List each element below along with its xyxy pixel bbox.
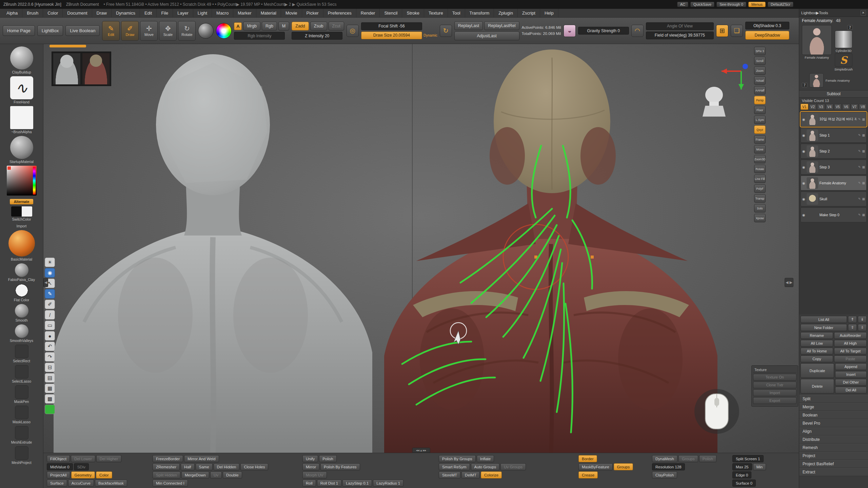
palette-button[interactable]: StoreMT xyxy=(439,471,460,479)
home-page-button[interactable]: Home Page xyxy=(3,25,35,36)
tool-thumb-female-anatomy-2[interactable] xyxy=(809,73,824,87)
brush-icon[interactable]: ✎ xyxy=(858,197,861,201)
append-button[interactable]: Append xyxy=(835,363,867,370)
obj-shadow-slider[interactable]: ObjShadow 0.3 xyxy=(745,22,789,29)
texture-flyout-button[interactable]: Clone Txtr xyxy=(753,382,796,388)
grid-icon[interactable]: ▦ xyxy=(862,181,865,185)
menu-item[interactable]: Draw xyxy=(92,9,112,17)
subtool-row[interactable]: ◉ Female Anatomy ✎ ▦ xyxy=(801,176,867,190)
menu-item[interactable]: Render xyxy=(356,9,380,17)
menu-item[interactable]: Tool xyxy=(448,9,465,17)
brush-item[interactable]: FabioPaiva_Clay xyxy=(0,263,43,282)
palette-button[interactable]: Inflate xyxy=(477,455,494,462)
palette-button[interactable]: Border xyxy=(578,455,597,462)
view-tool-button[interactable]: Persp xyxy=(754,96,766,104)
palette-button[interactable]: Min Connected I xyxy=(153,480,188,487)
mode-button[interactable]: ✥ Scale xyxy=(159,21,177,41)
subtool-section[interactable]: Extract xyxy=(799,468,868,476)
eye-icon[interactable]: ◉ xyxy=(802,213,805,217)
menu-item[interactable]: Stroke xyxy=(402,9,424,17)
delete-button[interactable]: Delete xyxy=(801,379,834,393)
grid-icon[interactable]: ▦ xyxy=(862,149,865,153)
brush-item[interactable]: MaskPen xyxy=(0,385,43,404)
menu-item[interactable]: File xyxy=(157,9,173,17)
quick-tool-icon[interactable]: ■ xyxy=(45,405,55,414)
subtool-button[interactable]: All High xyxy=(834,340,867,347)
subtool-section[interactable]: Align xyxy=(799,427,868,435)
quick-tool-icon[interactable]: ◉ xyxy=(45,268,55,278)
grid-icon[interactable]: ▦ xyxy=(862,134,865,137)
view-tool-button[interactable]: Zoom3D xyxy=(754,155,766,163)
subtool-row[interactable]: ◉ Step 2 ✎ ▦ xyxy=(801,144,867,159)
menu-item[interactable]: Movie xyxy=(281,9,302,17)
version-tab[interactable]: V5 xyxy=(834,104,842,110)
palette-button[interactable]: FillObject xyxy=(47,455,70,462)
quick-tool-icon[interactable]: / xyxy=(45,310,55,320)
version-tab[interactable]: V4 xyxy=(826,104,833,110)
view-tool-button[interactable]: Rotate xyxy=(754,165,766,173)
menu-item[interactable]: Transform xyxy=(465,9,494,17)
menu-item[interactable]: Stencil xyxy=(380,9,402,17)
view-tool-button[interactable]: Line Fill xyxy=(754,175,766,183)
palette-button[interactable]: ZRemesher xyxy=(153,463,180,470)
eye-icon[interactable]: ◉ xyxy=(802,181,805,185)
brush-item[interactable]: SelectLasso xyxy=(0,365,43,383)
brush-item[interactable]: Smooth xyxy=(0,304,43,322)
subtool-row[interactable]: ◉ 10일 여성 2단계 바디 각잡 - 하체 ✎ ▦ xyxy=(801,112,867,127)
dynamic-label[interactable]: Dynamic xyxy=(423,33,437,37)
brush-item[interactable]: MeshProject xyxy=(0,446,43,465)
view-tool-button[interactable]: Frame xyxy=(754,135,766,144)
subtool-button[interactable]: ⇓ xyxy=(858,316,867,323)
color-wheel[interactable] xyxy=(216,23,232,39)
view-tool-button[interactable]: Floor xyxy=(754,106,766,114)
palette-button[interactable]: Unify xyxy=(302,455,318,462)
subtool-button[interactable]: ⇑ xyxy=(848,316,857,323)
subtool-row[interactable]: ◉ Skull ✎ ▦ xyxy=(801,191,867,206)
titlebar-button[interactable]: Menus xyxy=(748,2,766,7)
subtool-button[interactable]: All Low xyxy=(801,340,833,347)
menu-item[interactable]: Zplugin xyxy=(494,9,518,17)
palette-slider[interactable]: Surface 0 xyxy=(732,480,756,487)
subtool-section[interactable]: Project xyxy=(799,452,868,460)
version-tab[interactable]: V7 xyxy=(851,104,859,110)
palette-button[interactable]: Close Holes xyxy=(240,463,268,470)
lightbox-button[interactable]: LightBox xyxy=(37,25,63,36)
brush-icon[interactable]: ✎ xyxy=(858,165,861,169)
mode-button[interactable]: ↻ Rotate xyxy=(178,21,196,41)
subtool-section[interactable]: Split xyxy=(799,395,868,403)
del-all-button[interactable]: Del All xyxy=(835,387,867,393)
palette-button[interactable]: DynaMesh xyxy=(652,455,677,462)
palette-button[interactable]: MergeDown xyxy=(181,471,209,479)
view-tool-button[interactable]: PolyF xyxy=(754,184,766,193)
subtool-row[interactable]: ◉ Make Step 0 ✎ ▦ xyxy=(801,207,867,222)
palette-button[interactable]: Del Hidden xyxy=(214,463,240,470)
palette-button[interactable]: Crease xyxy=(578,471,598,479)
subtool-row[interactable]: ◉ Step 3 ✎ ▦ xyxy=(801,160,867,175)
palette-button[interactable]: Double xyxy=(223,471,242,479)
view-tool-button[interactable]: AAHalf xyxy=(754,86,766,95)
view-tool-button[interactable]: Xpose xyxy=(754,214,766,222)
m-mode-button[interactable]: M xyxy=(278,22,289,30)
palette-button[interactable]: ProjectAll xyxy=(47,471,70,479)
subtool-section[interactable]: Project BasRelief xyxy=(799,460,868,468)
palette-slider[interactable]: SDiv xyxy=(74,463,89,470)
paint-mode-button[interactable]: Mrgb xyxy=(243,22,260,30)
sculpt-mode-button[interactable]: Zcut xyxy=(329,22,344,30)
thumbnail-anatomy-model[interactable] xyxy=(82,53,110,84)
brush-item[interactable]: ClayBuildup xyxy=(0,46,43,74)
grid-icon[interactable]: ▦ xyxy=(862,165,865,169)
view-tool-button[interactable]: Solo xyxy=(754,204,766,212)
menu-item[interactable]: Edit xyxy=(140,9,157,17)
subtool-button[interactable]: Copy xyxy=(801,355,833,362)
z-intensity-slider[interactable]: Z Intensity 20 xyxy=(292,32,342,40)
grid-icon[interactable]: ▦ xyxy=(862,197,865,201)
subtool-button[interactable]: New Folder xyxy=(801,324,847,331)
menu-item[interactable]: Alpha xyxy=(2,9,22,17)
mode-button[interactable]: ✎ Edit xyxy=(102,21,120,41)
palette-button[interactable]: Polish By Groups xyxy=(439,455,476,462)
field-of-view-slider[interactable]: Field of view(deg) 39.59775 xyxy=(646,32,714,39)
subtool-section[interactable]: Merge xyxy=(799,403,868,411)
palette-button[interactable]: Uv Groups xyxy=(500,463,526,470)
palette-button[interactable]: Morph UV xyxy=(302,471,327,479)
menu-item[interactable]: Material xyxy=(256,9,281,17)
